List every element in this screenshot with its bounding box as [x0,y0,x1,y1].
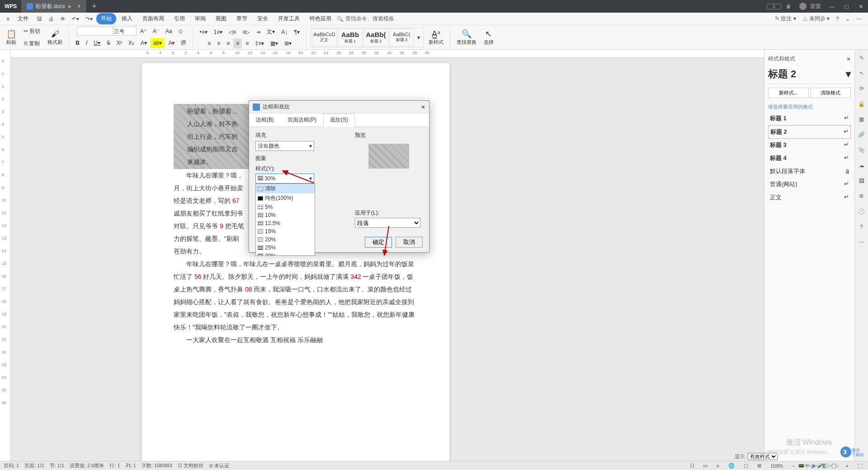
change-case-icon[interactable]: Aa [163,26,175,36]
align-left-icon[interactable]: ≡ [205,38,213,48]
tab-reference[interactable]: 引用 [170,13,189,24]
italic-icon[interactable]: I [83,38,90,48]
comment-button[interactable]: ✎ 批注 ▾ [772,13,799,24]
line-spacing-icon[interactable]: ‡≡▾ [252,38,267,48]
undo-icon[interactable]: ↶▾ [69,14,82,24]
style-item-h1[interactable]: 标题 1↵ [768,112,851,125]
applyto-select[interactable]: 段落 [355,218,420,228]
bullets-icon[interactable]: •≡▾ [197,27,210,37]
redo-icon[interactable]: ↷▾ [83,14,95,24]
distribute-icon[interactable]: ≡ [243,38,251,48]
print-icon[interactable]: 🖨 [46,14,57,24]
subscript-icon[interactable]: X₂ [126,38,137,48]
crown-icon[interactable]: ♛ [781,3,796,10]
tool-help-icon[interactable]: ? [857,222,866,231]
underline-icon[interactable]: U▾ [91,38,103,48]
style-item-default[interactable]: 默认段落字体a [768,165,851,178]
save-icon[interactable]: 🖫 [34,14,45,24]
tab-close-icon[interactable]: × [77,3,80,9]
find-replace-button[interactable]: 🔍查找替换 [454,28,479,47]
outdent-icon[interactable]: ◁≡ [226,27,239,37]
style-normal[interactable]: AaBbCcD正文 [312,28,337,47]
option-clear[interactable]: 清除 [256,184,315,193]
dialog-tab-border[interactable]: 边框(B) [249,113,281,127]
tab-icon[interactable]: ⇥ [253,27,263,37]
tool-image-icon[interactable]: 🖼 [857,176,866,185]
tool-lock-icon[interactable]: 🔒 [857,99,866,108]
cancel-button[interactable]: 取消 [396,237,423,248]
preview-icon[interactable]: 👁 [57,14,68,24]
align-justify-icon[interactable]: ≡ [233,38,242,48]
style-gallery[interactable]: AaBbCcD正文 AaBb标题 1 AaBb(标题 2 AaBbC(标题 3 … [310,28,424,47]
new-style-button[interactable]: A̲ᵃ新样式 [426,28,446,47]
close-button[interactable]: ✕ [854,3,868,10]
restore-button[interactable]: ◻ [839,3,854,10]
new-style-panel-button[interactable]: 新样式... [768,88,809,98]
tab-section[interactable]: 章节 [232,13,252,24]
tool-clock-icon[interactable]: 🕐 [857,207,866,216]
tool-more-icon[interactable]: ⋯ [857,238,866,247]
align-right-icon[interactable]: ≡ [224,38,232,48]
badge-one-icon[interactable]: 1 [767,4,781,9]
shading-icon[interactable]: ▦▾ [268,38,281,48]
style-h2[interactable]: AaBb(标题 2 [363,28,388,47]
dropdown-icon[interactable]: ▾ [846,68,851,80]
option-20[interactable]: 20% [256,235,315,244]
align-center-icon[interactable]: ≡ [214,38,223,48]
sort-icon[interactable]: A↓ [278,27,290,37]
style-h3[interactable]: AaBbC(标题 3 [389,28,414,47]
status-proof[interactable]: ☑ 文档校对 [178,462,203,469]
dialog-tab-shading[interactable]: 底纹(S) [323,113,355,127]
tab-review[interactable]: 审阅 [190,13,210,24]
tab-insert[interactable]: 插入 [117,13,137,24]
tab-home[interactable]: 开始 [96,13,116,24]
highlight-icon[interactable]: ab▾ [151,38,165,48]
minimize-button[interactable]: — [825,3,839,10]
grow-font-icon[interactable]: A⁺ [137,26,149,36]
tool-cloud-icon[interactable]: ☁ [857,161,866,170]
cut-button[interactable]: ✂ 剪切 [21,26,43,37]
sync-button[interactable]: △ 未同步 ▾ [800,13,833,24]
style-item-body[interactable]: 正文↵ [768,191,851,204]
view-fullwidth-icon[interactable]: ⊞ [755,463,763,469]
command-search[interactable]: 🔍 查找命令、搜索模板 [337,15,394,23]
paste-button[interactable]: 📋粘贴 [4,28,19,47]
option-25[interactable]: 25% [256,244,315,252]
document-tab[interactable]: 盼望着.docx ● × [21,0,86,13]
indent-icon[interactable]: ≡▷ [240,27,252,37]
zoom-level[interactable]: 109% [769,463,785,469]
tab-security[interactable]: 安全 [253,13,273,24]
tool-clip-icon[interactable]: 📎 [857,146,866,155]
tab-view[interactable]: 视图 [211,13,231,24]
tool-gear-icon[interactable]: ⚙ [857,192,866,201]
hamburger-icon[interactable]: ≡ [4,14,12,24]
more-icon[interactable]: ⋯ [854,14,864,24]
style-h1[interactable]: AaBb标题 1 [338,28,363,47]
font-family-select[interactable] [77,27,113,36]
tab-special[interactable]: 特色应用 [305,13,336,24]
strike-icon[interactable]: S̶ [104,38,113,48]
view-page-icon[interactable]: ▭ [701,463,709,469]
view-outline-icon[interactable]: ≡ [715,463,721,469]
clear-format-icon[interactable]: ◇ [176,26,185,36]
select-button[interactable]: ↖选择 [481,28,496,47]
option-10[interactable]: 10% [256,211,315,219]
style-item-web[interactable]: 普通(网站)↵ [768,178,851,191]
tab-pagelayout[interactable]: 页面布局 [138,13,169,24]
display-select[interactable]: 有效样式 [748,453,778,460]
status-words[interactable]: 字数: 108/893 [142,462,172,469]
copy-button[interactable]: ⎘ 复制 [22,38,42,49]
tool-refresh-icon[interactable]: ⟳ [857,84,866,93]
clear-format-button[interactable]: 清除格式 [811,88,851,98]
collapse-ribbon-icon[interactable]: ⌄ [843,14,853,24]
font-size-select[interactable] [114,27,137,36]
bold-icon[interactable]: B [73,38,82,48]
style-item-h4[interactable]: 标题 4↵ [768,152,851,165]
option-30[interactable]: 30% [256,252,315,256]
option-12[interactable]: 12.5% [256,219,315,227]
tool-grid-icon[interactable]: ▦ [857,115,866,124]
option-15[interactable]: 15% [256,227,315,235]
fill-color-combo[interactable]: 没有颜色▾ [255,141,314,151]
text-direction-icon[interactable]: 文▾ [264,26,278,38]
status-cert[interactable]: ⊘ 未认证 [209,462,229,469]
